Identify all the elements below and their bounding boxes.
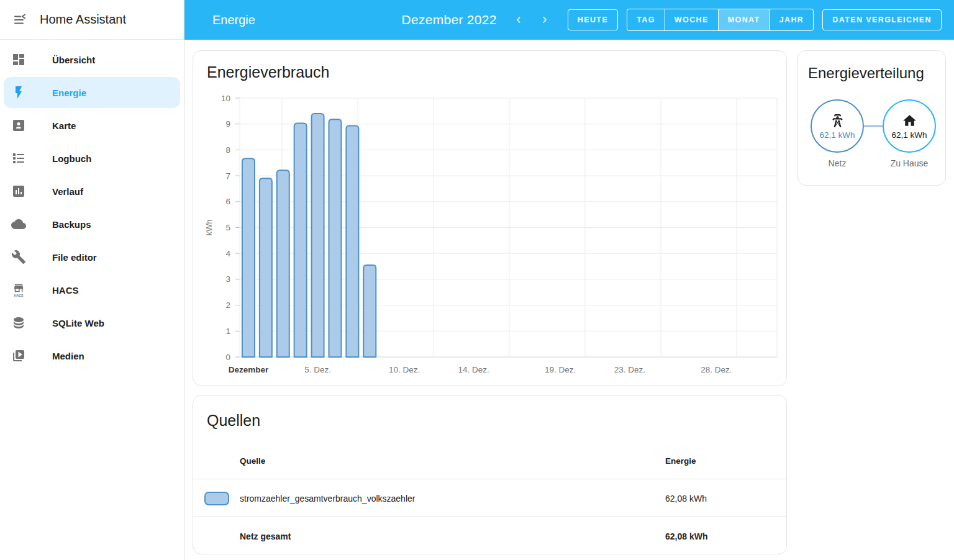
sources-total-row: Netz gesamt 62,08 kWh	[193, 518, 786, 554]
svg-text:HACS: HACS	[14, 294, 24, 297]
sources-card: Quellen Quelle Energie stromzaehler_gesa…	[193, 395, 787, 554]
source-value: 62,08 kWh	[665, 494, 707, 504]
today-button[interactable]: HEUTE	[568, 9, 618, 30]
sidebar-item-sqlite-web[interactable]: SQLite Web	[4, 307, 180, 338]
home-icon	[902, 113, 917, 129]
y-axis-label: kWh	[204, 220, 214, 236]
sidebar: Home Assistant Übersicht Energie Karte L…	[0, 0, 184, 560]
energy-bar[interactable]	[363, 265, 376, 357]
sidebar-item-label: Energie	[52, 88, 86, 98]
y-tick-label: 7	[225, 171, 230, 181]
sidebar-item-energie[interactable]: Energie	[4, 77, 180, 108]
app-header: Energie Dezember 2022 HEUTE TAG WOCHE MO…	[184, 0, 954, 40]
grid-label: Netz	[811, 158, 864, 168]
energy-distribution-card: Energieverteilung 62,1 kWh 62,1 kWh Netz…	[797, 50, 946, 186]
main-content: Energieverbrauch 012345678910Dezember5. …	[184, 40, 954, 560]
lightning-bolt-icon	[11, 85, 26, 100]
sidebar-item-label: Übersicht	[52, 55, 95, 65]
sidebar-toggle-icon[interactable]	[6, 6, 34, 34]
column-header-energy: Energie	[665, 456, 696, 465]
sidebar-item-uebersicht[interactable]: Übersicht	[4, 44, 180, 75]
sidebar-item-label: Karte	[52, 120, 76, 131]
y-tick-label: 1	[225, 327, 230, 336]
tab-week[interactable]: WOCHE	[665, 9, 718, 30]
sidebar-item-label: Medien	[52, 351, 84, 361]
wrench-icon	[11, 250, 26, 264]
tab-month[interactable]: MONAT	[718, 9, 770, 30]
energy-bar[interactable]	[242, 158, 255, 357]
y-tick-label: 8	[225, 145, 230, 155]
sidebar-item-medien[interactable]: Medien	[4, 340, 180, 371]
y-tick-label: 2	[225, 300, 230, 310]
sidebar-item-backups[interactable]: Backups	[4, 209, 180, 240]
chart-box-icon	[11, 184, 26, 199]
y-tick-label: 4	[225, 249, 230, 258]
x-tick-label: 28. Dez.	[701, 365, 732, 374]
app-title: Home Assistant	[40, 12, 126, 27]
previous-period-icon[interactable]	[508, 9, 529, 30]
sidebar-item-label: HACS	[52, 285, 79, 296]
x-tick-label: 23. Dez.	[614, 365, 645, 374]
sidebar-item-karte[interactable]: Karte	[4, 110, 180, 141]
series-color-swatch	[204, 492, 229, 505]
source-row[interactable]: stromzaehler_gesamtverbrauch_volkszaehle…	[193, 480, 786, 517]
energy-bar[interactable]	[260, 178, 272, 357]
transmission-tower-icon	[830, 113, 845, 129]
x-tick-label: 5. Dez.	[304, 365, 331, 374]
sidebar-menu: Übersicht Energie Karte Logbuch Verlauf	[0, 40, 184, 371]
home-circle: 62,1 kWh	[883, 99, 936, 153]
energy-bar[interactable]	[312, 114, 324, 357]
sidebar-item-label: Verlauf	[52, 186, 83, 197]
column-header-source: Quelle	[240, 456, 265, 465]
x-tick-label: 14. Dez.	[458, 365, 489, 374]
media-library-icon	[11, 348, 26, 363]
sidebar-item-label: Logbuch	[52, 153, 91, 164]
energy-bar[interactable]	[294, 123, 307, 357]
x-tick-label: 10. Dez.	[389, 365, 420, 374]
energy-consumption-card: Energieverbrauch 012345678910Dezember5. …	[193, 50, 787, 386]
y-tick-label: 0	[225, 353, 230, 362]
hacs-store-icon: HACS	[11, 282, 26, 297]
x-tick-label: Dezember	[229, 365, 269, 374]
sidebar-item-logbuch[interactable]: Logbuch	[4, 143, 180, 174]
sidebar-item-file-editor[interactable]: File editor	[4, 242, 180, 273]
home-value: 62,1 kWh	[891, 130, 927, 140]
energy-bar[interactable]	[329, 119, 341, 357]
tab-year[interactable]: JAHR	[770, 9, 814, 30]
list-bulleted-icon	[11, 151, 26, 166]
chart-title: Energieverbrauch	[207, 63, 786, 81]
sidebar-item-label: Backups	[52, 219, 91, 230]
sidebar-item-label: SQLite Web	[52, 318, 104, 328]
account-box-icon	[11, 118, 26, 133]
total-label: Netz gesamt	[240, 531, 291, 541]
y-tick-label: 10	[221, 94, 230, 103]
y-tick-label: 6	[225, 197, 230, 206]
x-tick-label: 19. Dez.	[545, 365, 576, 374]
sidebar-header: Home Assistant	[0, 0, 184, 40]
total-value: 62,08 kWh	[665, 531, 707, 541]
period-label: Dezember 2022	[401, 12, 496, 27]
energy-bar[interactable]	[277, 170, 289, 357]
y-tick-label: 9	[225, 119, 230, 129]
home-assistant-app: Home Assistant Übersicht Energie Karte L…	[0, 0, 954, 560]
y-tick-label: 5	[225, 223, 230, 232]
home-label: Zu Hause	[883, 158, 936, 168]
energy-consumption-bar-chart[interactable]: 012345678910Dezember5. Dez.10. Dez.14. D…	[193, 86, 788, 384]
grid-circle: 62,1 kWh	[811, 99, 864, 153]
sources-table-header: Quelle Energie	[193, 442, 786, 479]
cloud-icon	[11, 217, 26, 232]
source-name: stromzaehler_gesamtverbrauch_volkszaehle…	[240, 494, 415, 504]
compare-data-button[interactable]: DATEN VERGLEICHEN	[822, 9, 942, 30]
sidebar-item-verlauf[interactable]: Verlauf	[4, 176, 180, 207]
sources-title: Quellen	[207, 412, 786, 430]
sidebar-item-hacs[interactable]: HACS HACS	[4, 274, 180, 305]
page-title: Energie	[212, 13, 255, 27]
grid-to-home-connector	[862, 125, 884, 127]
database-icon	[11, 315, 26, 330]
next-period-icon[interactable]	[534, 9, 555, 30]
period-toggle-group: TAG WOCHE MONAT JAHR	[627, 9, 814, 31]
energy-bar[interactable]	[346, 126, 358, 357]
view-dashboard-icon	[11, 52, 26, 67]
tab-day[interactable]: TAG	[627, 9, 665, 30]
sidebar-item-label: File editor	[52, 252, 97, 263]
